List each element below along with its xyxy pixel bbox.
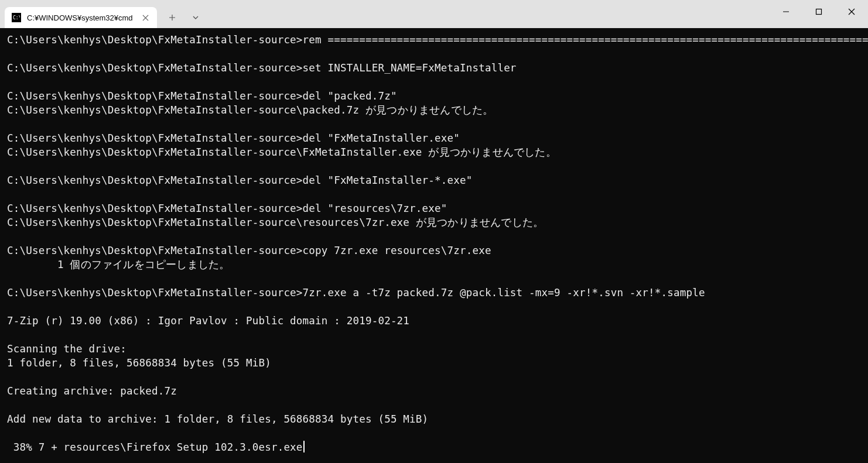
terminal-cursor	[303, 441, 305, 452]
terminal-line	[7, 370, 861, 384]
terminal-line: C:\Users\kenhys\Desktop\FxMetaInstaller-…	[7, 145, 861, 159]
cmd-icon: C:\	[12, 13, 21, 22]
terminal-line	[7, 272, 861, 286]
terminal-line: C:\Users\kenhys\Desktop\FxMetaInstaller-…	[7, 215, 861, 229]
window-controls	[770, 0, 868, 23]
terminal-line	[7, 328, 861, 342]
active-tab[interactable]: C:\ C:¥WINDOWS¥system32¥cmd	[5, 7, 157, 28]
terminal-line: C:\Users\kenhys\Desktop\FxMetaInstaller-…	[7, 89, 861, 103]
terminal-line: Creating archive: packed.7z	[7, 384, 861, 398]
terminal-line: C:\Users\kenhys\Desktop\FxMetaInstaller-…	[7, 173, 861, 187]
terminal-line: Scanning the drive:	[7, 342, 861, 356]
minimize-button[interactable]	[770, 0, 802, 23]
terminal-line: C:\Users\kenhys\Desktop\FxMetaInstaller-…	[7, 131, 861, 145]
terminal-line: 1 folder, 8 files, 56868834 bytes (55 Mi…	[7, 356, 861, 370]
terminal-line: C:\Users\kenhys\Desktop\FxMetaInstaller-…	[7, 103, 861, 117]
tab-close-button[interactable]	[141, 13, 150, 22]
maximize-button[interactable]	[802, 0, 835, 23]
terminal-output[interactable]: C:\Users\kenhys\Desktop\FxMetaInstaller-…	[0, 28, 868, 463]
terminal-line	[7, 75, 861, 89]
terminal-line	[7, 47, 861, 61]
terminal-line	[7, 300, 861, 314]
terminal-line: 7-Zip (r) 19.00 (x86) : Igor Pavlov : Pu…	[7, 314, 861, 328]
title-bar: C:\ C:¥WINDOWS¥system32¥cmd	[0, 0, 868, 28]
terminal-line	[7, 426, 861, 440]
terminal-line: C:\Users\kenhys\Desktop\FxMetaInstaller-…	[7, 201, 861, 215]
terminal-line: C:\Users\kenhys\Desktop\FxMetaInstaller-…	[7, 243, 861, 258]
terminal-line: 1 個のファイルをコピーしました。	[7, 258, 861, 272]
new-tab-button[interactable]	[162, 7, 183, 28]
terminal-line: 38% 7 + resources\Firefox Setup 102.3.0e…	[7, 440, 861, 454]
tab-actions	[162, 7, 206, 28]
close-button[interactable]	[835, 0, 868, 23]
terminal-line	[7, 159, 861, 173]
terminal-line	[7, 398, 861, 412]
tab-title: C:¥WINDOWS¥system32¥cmd	[27, 13, 135, 22]
terminal-line: C:\Users\kenhys\Desktop\FxMetaInstaller-…	[7, 61, 861, 75]
svg-text:C:\: C:\	[13, 15, 20, 20]
terminal-line	[7, 117, 861, 131]
terminal-line: Add new data to archive: 1 folder, 8 fil…	[7, 412, 861, 426]
terminal-line	[7, 187, 861, 201]
terminal-line: C:\Users\kenhys\Desktop\FxMetaInstaller-…	[7, 33, 861, 47]
svg-rect-1	[816, 9, 822, 15]
tab-dropdown-button[interactable]	[185, 7, 206, 28]
terminal-line: C:\Users\kenhys\Desktop\FxMetaInstaller-…	[7, 286, 861, 300]
terminal-line	[7, 229, 861, 243]
